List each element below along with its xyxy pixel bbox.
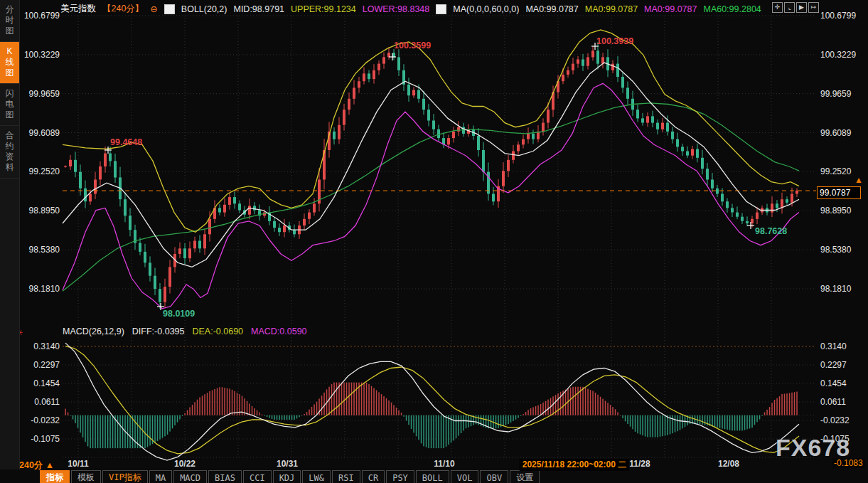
sidebar-tab-分时图[interactable]: 分时图 [0, 0, 19, 42]
macd-label: MACD(26,12,9) [63, 327, 124, 336]
price-axis-label: 100.3229 [820, 50, 856, 60]
date-label: 11/10 [434, 459, 454, 469]
current-price-tag: 99.0787 [817, 186, 861, 199]
toolbar-button-LW&[interactable]: LW& [302, 470, 331, 483]
toolbar-button-VIP指标[interactable]: VIP指标 [102, 470, 148, 483]
date-label: 10/31 [277, 459, 298, 469]
price-annotation: 100.3939 [596, 36, 633, 46]
toolbar-button-MA[interactable]: MA [149, 470, 172, 483]
indicator-header: 美元指数 【240分】 ⊖ BOLL(20,2) MID:98.9791 UPP… [60, 3, 761, 15]
price-axis-label: 98.1810 [20, 284, 60, 294]
crosshair-date-label: 2025/11/18 22:00~02:00 二 [520, 459, 629, 471]
price-axis-label: 100.3229 [20, 50, 60, 60]
price-annotation: 99.4648 [110, 137, 142, 147]
date-label: 11/28 [629, 459, 650, 469]
macd-diff-value: DIFF:-0.0395 [132, 327, 185, 336]
price-axis-label: 100.6799 [20, 11, 60, 21]
macd-axis-label: 0.1454 [820, 378, 847, 388]
macd-axis-label: -0.0232 [820, 415, 850, 425]
toolbar-button-模板[interactable]: 模板 [71, 470, 101, 483]
macd-header: MACD(26,12,9) DIFF:-0.0395 DEA:-0.0690 M… [63, 327, 307, 336]
price-axis-label: 98.8950 [20, 206, 60, 216]
date-label: 10/11 [68, 459, 88, 469]
toolbar-button-设置[interactable]: 设置 [510, 470, 540, 483]
chart-tool-icons: ✛⌞▶↦ [772, 2, 819, 13]
macd-axis-label: -0.1075 [20, 434, 60, 444]
toolbar-button-VOL[interactable]: VOL [451, 470, 479, 483]
boll-lower-value: LOWER:98.8348 [363, 4, 430, 14]
boll-mid-value: MID:98.9791 [233, 4, 284, 14]
ma0-yellow-value: MA0:99.0787 [585, 4, 638, 14]
sidebar-tab-K线图[interactable]: K线图 [0, 42, 19, 84]
macd-macd-value: MACD:0.0590 [251, 327, 307, 336]
macd-axis-label: 0.2297 [20, 360, 60, 370]
bottom-toolbar: 指标模板VIP指标MAMACDBIASCCIKDJLW&RSICRPSYBOLL… [40, 470, 540, 483]
axis-play-icon[interactable]: ▶ [796, 2, 807, 13]
ma0-magenta-value: MA0:99.0787 [644, 4, 697, 14]
price-axis-label: 99.2520 [20, 166, 60, 176]
macd-dea-value: DEA:-0.0690 [192, 327, 243, 336]
price-axis-label: 98.8950 [820, 206, 851, 216]
macd-axis-label: 0.1454 [20, 378, 60, 388]
price-axis-label: 98.5380 [20, 245, 60, 255]
toolbar-button-BOLL[interactable]: BOLL [416, 470, 449, 483]
price-axis-label: 98.5380 [820, 245, 851, 255]
price-axis-label: 100.6799 [820, 11, 856, 21]
price-arrow-icon: ▲ [854, 175, 863, 185]
toolbar-button-OBV[interactable]: OBV [480, 470, 508, 483]
price-annotation: 98.7628 [755, 226, 787, 236]
price-chart-canvas[interactable] [0, 0, 868, 483]
macd-axis-label: 0.3140 [20, 341, 60, 351]
ma0-white-value: MA0:99.0787 [525, 4, 578, 14]
toolbar-button-CR[interactable]: CR [362, 470, 385, 483]
ma-chart-icon [436, 4, 446, 14]
ma-label: MA(0,0,0,60,0,0) [453, 4, 519, 14]
left-sidebar: 分时图K线图闪电图合约资料 [0, 0, 20, 469]
watermark: FX678 [776, 434, 850, 462]
toolbar-button-KDJ[interactable]: KDJ [273, 470, 301, 483]
period-up-arrow-icon: ▲ [45, 460, 54, 470]
sidebar-tab-闪电图[interactable]: 闪电图 [0, 84, 19, 126]
price-axis-label: 98.1810 [820, 284, 851, 294]
sidebar-tab-合约资料[interactable]: 合约资料 [0, 126, 19, 179]
toolbar-button-PSY[interactable]: PSY [386, 470, 414, 483]
macd-axis-label: 0.3140 [820, 341, 847, 351]
date-label: 10/22 [174, 459, 195, 469]
boll-upper-value: UPPER:99.1234 [291, 4, 356, 14]
price-axis-label: 99.6089 [20, 128, 60, 138]
toolbar-button-CCI[interactable]: CCI [243, 470, 272, 483]
price-axis-label: 99.2520 [820, 166, 851, 176]
ma60-value: MA60:99.2804 [703, 4, 761, 14]
collapse-icon[interactable]: ⊖ [150, 4, 157, 14]
price-axis-label: 99.9659 [20, 89, 60, 99]
toolbar-button-RSI[interactable]: RSI [332, 470, 360, 483]
period-badge[interactable]: 【240分】 [102, 3, 144, 15]
pan-icon[interactable]: ✛ [772, 2, 783, 13]
macd-axis-label: -0.0232 [20, 415, 60, 425]
date-label: 12/08 [718, 459, 739, 469]
price-axis-label: 99.9659 [820, 89, 851, 99]
toolbar-button-指标[interactable]: 指标 [40, 470, 70, 483]
axis-scale-icon[interactable]: ⌞ [784, 2, 795, 13]
boll-label: BOLL(20,2) [181, 4, 227, 14]
price-axis-label: 99.6089 [820, 128, 851, 138]
toolbar-button-MACD[interactable]: MACD [173, 470, 207, 483]
symbol-title: 美元指数 [60, 3, 96, 15]
price-annotation: 98.0109 [163, 309, 195, 319]
toolbar-button-BIAS[interactable]: BIAS [208, 470, 242, 483]
macd-axis-label: 0.2297 [820, 360, 847, 370]
macd-axis-label: 0.0611 [20, 397, 60, 407]
boll-chart-icon [164, 4, 175, 14]
macd-axis-label: 0.0611 [820, 397, 846, 407]
axis-shift-icon[interactable]: ↦ [808, 2, 819, 13]
price-annotation: 100.3599 [394, 41, 431, 51]
